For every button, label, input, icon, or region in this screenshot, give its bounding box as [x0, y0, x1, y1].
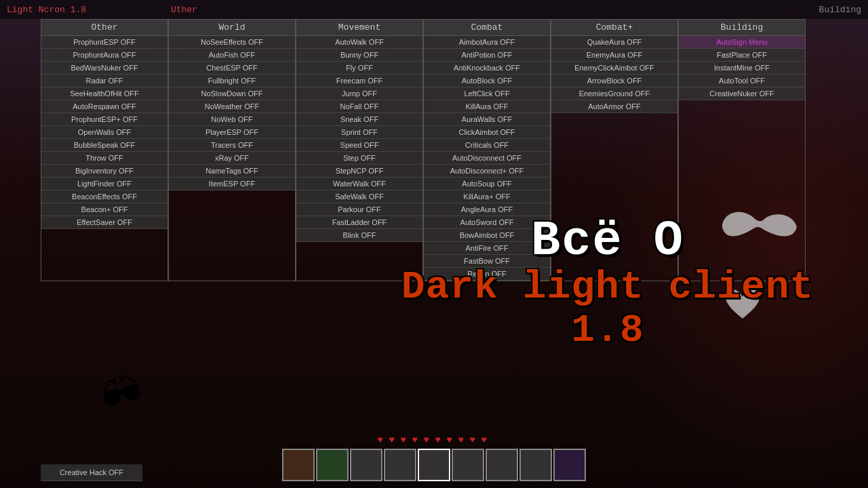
btn-movement-7[interactable]: Sprint OFF — [296, 126, 422, 139]
btn-other-14[interactable]: EffectSaver OFF — [41, 216, 167, 229]
btn-movement-12[interactable]: SafeWalk OFF — [296, 190, 422, 203]
btn-world-0[interactable]: NoSeeEffects OFF — [169, 36, 295, 49]
heart-decoration — [722, 285, 763, 336]
btn-combat-1[interactable]: AntiPotion OFF — [424, 49, 550, 62]
btn-other-9[interactable]: Throw OFF — [41, 152, 167, 165]
btn-other-12[interactable]: BeaconEffects OFF — [41, 190, 167, 203]
btn-movement-2[interactable]: Fly OFF — [296, 62, 422, 75]
hack-menu: OtherProphuntESP OFFProphuntAura OFFBedW… — [41, 19, 806, 281]
version-label: Light Ncron 1.8 Uther — [7, 5, 197, 15]
heart-2: ♥ — [401, 434, 410, 444]
hotbar-slot-0 — [282, 449, 315, 481]
btn-other-0[interactable]: ProphuntESP OFF — [41, 36, 167, 49]
btn-combat-4[interactable]: LeftClick OFF — [424, 87, 550, 100]
btn-movement-1[interactable]: Bunny OFF — [296, 49, 422, 62]
column-world: WorldNoSeeEffects OFFAutoFish OFFChestES… — [168, 19, 296, 281]
btn-combat-15[interactable]: BowAimbot OFF — [424, 229, 550, 242]
btn-movement-3[interactable]: Freecam OFF — [296, 75, 422, 87]
hotbar-slot-1 — [316, 449, 349, 481]
btn-world-9[interactable]: xRay OFF — [169, 152, 295, 165]
btn-other-1[interactable]: ProphuntAura OFF — [41, 49, 167, 62]
heart-7: ♥ — [458, 434, 468, 444]
btn-movement-6[interactable]: Sneak OFF — [296, 113, 422, 126]
btn-other-5[interactable]: AutoRespawn OFF — [41, 100, 167, 113]
health-bar: ♥♥♥♥♥♥♥♥♥♥ — [378, 434, 491, 444]
btn-other-8[interactable]: BubbleSpeak OFF — [41, 139, 167, 152]
hotbar-slot-2 — [350, 449, 382, 481]
btn-building-0[interactable]: AutoSign Menu — [679, 36, 805, 49]
btn-other-6[interactable]: ProphuntESP+ OFF — [41, 113, 167, 126]
btn-combatplus-3[interactable]: ArrowBlock OFF — [551, 75, 677, 87]
hotbar-slot-7 — [519, 449, 552, 481]
hotbar-slot-4 — [418, 449, 450, 481]
btn-building-2[interactable]: InstantMine OFF — [679, 62, 805, 75]
btn-world-3[interactable]: Fullbright OFF — [169, 75, 295, 87]
btn-building-4[interactable]: CreativeNuker OFF — [679, 87, 805, 100]
btn-world-11[interactable]: ItemESP OFF — [169, 178, 295, 190]
btn-world-7[interactable]: PlayerESP OFF — [169, 126, 295, 139]
btn-combat-11[interactable]: AutoSoup OFF — [424, 178, 550, 190]
btn-other-2[interactable]: BedWarsNuker OFF — [41, 62, 167, 75]
btn-combat-13[interactable]: AngleAura OFF — [424, 203, 550, 216]
btn-combat-8[interactable]: Criticals OFF — [424, 139, 550, 152]
btn-combatplus-0[interactable]: QuakeAura OFF — [551, 36, 677, 49]
btn-combat-7[interactable]: ClickAimbot OFF — [424, 126, 550, 139]
btn-combatplus-5[interactable]: AutoArmor OFF — [551, 100, 677, 113]
btn-world-2[interactable]: ChestESP OFF — [169, 62, 295, 75]
btn-building-1[interactable]: FastPlace OFF — [679, 49, 805, 62]
hotbar — [282, 449, 586, 481]
column-header-other: Other — [41, 20, 167, 36]
hotbar-slot-5 — [452, 449, 484, 481]
btn-world-5[interactable]: NoWeather OFF — [169, 100, 295, 113]
btn-movement-10[interactable]: StepNCP OFF — [296, 165, 422, 178]
btn-movement-15[interactable]: Blink OFF — [296, 229, 422, 242]
btn-combat-19[interactable]: FastBow OFF — [424, 255, 550, 268]
heart-6: ♥ — [447, 434, 456, 444]
btn-other-3[interactable]: Radar OFF — [41, 75, 167, 87]
btn-world-8[interactable]: Tracers OFF — [169, 139, 295, 152]
btn-other-13[interactable]: Beacon+ OFF — [41, 203, 167, 216]
btn-combat-12[interactable]: KillAura+ OFF — [424, 190, 550, 203]
btn-combat-3[interactable]: AutoBlock OFF — [424, 75, 550, 87]
column-header-combatplus: Combat+ — [551, 20, 677, 36]
btn-movement-14[interactable]: FastLadder OFF — [296, 216, 422, 229]
heart-0: ♥ — [378, 434, 387, 444]
btn-movement-5[interactable]: NoFall OFF — [296, 100, 422, 113]
btn-world-4[interactable]: NoSlowDown OFF — [169, 87, 295, 100]
btn-combatplus-2[interactable]: EnemyClickAimbot OFF — [551, 62, 677, 75]
btn-combat-5[interactable]: KillAura OFF — [424, 100, 550, 113]
btn-combat-9[interactable]: AutoDisconnect OFF — [424, 152, 550, 165]
btn-other-11[interactable]: LightFinder OFF — [41, 178, 167, 190]
btn-movement-13[interactable]: Parkour OFF — [296, 203, 422, 216]
btn-combat-18[interactable]: AntiFire OFF — [424, 242, 550, 255]
btn-world-6[interactable]: NoWeb OFF — [169, 113, 295, 126]
btn-movement-0[interactable]: AutoWalk OFF — [296, 36, 422, 49]
btn-combat-14[interactable]: AutoSword OFF — [424, 216, 550, 229]
btn-movement-8[interactable]: Speed OFF — [296, 139, 422, 152]
btn-movement-4[interactable]: Jump OFF — [296, 87, 422, 100]
creative-hack-area: Creative Hack OFF — [41, 464, 142, 481]
creative-hack-button[interactable]: Creative Hack OFF — [41, 464, 142, 481]
version-accent: Ncron — [39, 5, 65, 15]
column-header-world: World — [169, 20, 295, 36]
hotbar-slot-8 — [553, 449, 586, 481]
btn-combat-2[interactable]: AntiKnockback OFF — [424, 62, 550, 75]
column-header-building: Building — [679, 20, 805, 36]
btn-other-10[interactable]: BigInventory OFF — [41, 165, 167, 178]
hotbar-slot-6 — [486, 449, 518, 481]
btn-combat-10[interactable]: AutoDisconnect+ OFF — [424, 165, 550, 178]
top-bar: Light Ncron 1.8 Uther Building — [0, 0, 868, 19]
btn-combat-20[interactable]: Regen OFF — [424, 268, 550, 281]
btn-movement-9[interactable]: Step OFF — [296, 152, 422, 165]
btn-building-3[interactable]: AutoTool OFF — [679, 75, 805, 87]
btn-combatplus-4[interactable]: EnemiesGround OFF — [551, 87, 677, 100]
btn-other-4[interactable]: SeeHealthOfHit OFF — [41, 87, 167, 100]
btn-combat-6[interactable]: AuraWalls OFF — [424, 113, 550, 126]
btn-world-10[interactable]: NameTags OFF — [169, 165, 295, 178]
heart-8: ♥ — [470, 434, 479, 444]
btn-other-7[interactable]: OpenWalls OFF — [41, 126, 167, 139]
btn-combat-0[interactable]: AimbotAura OFF — [424, 36, 550, 49]
btn-world-1[interactable]: AutoFish OFF — [169, 49, 295, 62]
btn-combatplus-1[interactable]: EnemyAura OFF — [551, 49, 677, 62]
btn-movement-11[interactable]: WaterWalk OFF — [296, 178, 422, 190]
